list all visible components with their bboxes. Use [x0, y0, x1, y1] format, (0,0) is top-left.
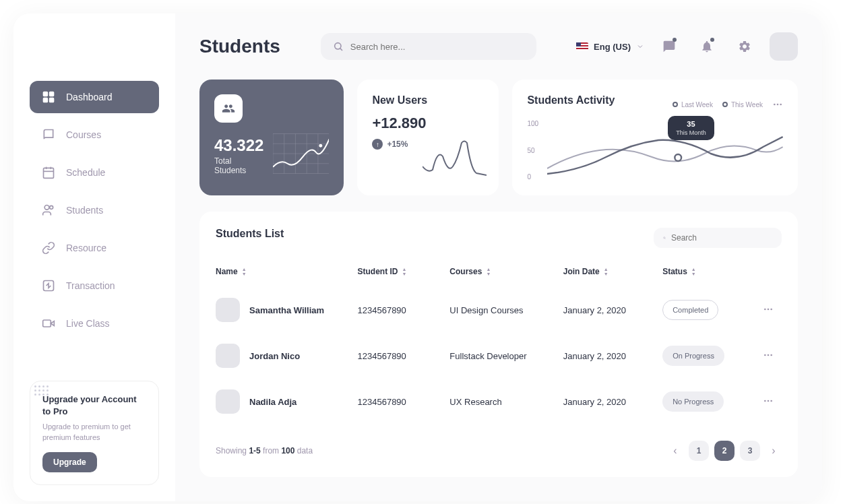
book-icon: [42, 128, 55, 141]
name-cell: Jordan Nico: [216, 344, 358, 368]
nav-label: Resource: [66, 243, 106, 253]
table-header: Name▲▼Student ID▲▼Courses▲▼Join Date▲▼St…: [216, 261, 782, 287]
more-icon: [763, 350, 774, 360]
student-course: UI Design Courses: [449, 305, 563, 315]
sort-icon: ▲▼: [242, 267, 247, 276]
svg-point-9: [50, 206, 53, 209]
svg-point-39: [764, 400, 766, 402]
bell-icon: [700, 40, 714, 53]
svg-point-13: [334, 43, 340, 49]
total-students-value: 43.322: [214, 136, 265, 155]
nav-label: Dashboard: [66, 92, 113, 102]
chart-tooltip: 35 This Month: [668, 116, 714, 140]
activity-title: Students Activity: [527, 94, 615, 106]
user-avatar[interactable]: [770, 32, 798, 61]
column-status[interactable]: Status▲▼: [662, 267, 755, 276]
header: Students Eng (US): [199, 32, 798, 61]
activity-chart: 100 50 0 35 This Month: [527, 120, 783, 181]
new-users-value: +12.890: [372, 115, 484, 132]
column-join-date[interactable]: Join Date▲▼: [563, 267, 662, 276]
svg-point-29: [780, 104, 782, 106]
column-student-id[interactable]: Student ID▲▼: [358, 267, 450, 276]
sort-icon: ▲▼: [402, 267, 407, 276]
student-course: Fullstack Developer: [449, 351, 563, 361]
student-id: 1234567890: [358, 351, 450, 361]
sidebar-item-courses[interactable]: Courses: [30, 119, 159, 151]
svg-point-33: [764, 308, 766, 310]
more-icon[interactable]: [772, 99, 783, 110]
chat-button[interactable]: [656, 34, 682, 59]
language-select[interactable]: Eng (US): [576, 42, 644, 52]
nav-label: Transaction: [66, 280, 115, 291]
student-id: 1234567890: [358, 397, 450, 407]
sidebar-item-dashboard[interactable]: Dashboard: [30, 81, 159, 113]
new-users-chart: [423, 136, 487, 183]
upgrade-button[interactable]: Upgrade: [42, 452, 97, 472]
total-students-card: 43.322 Total Students: [199, 80, 344, 195]
nav: DashboardCoursesScheduleStudentsResource…: [30, 81, 159, 340]
settings-button[interactable]: [732, 34, 757, 59]
sidebar-item-schedule[interactable]: Schedule: [30, 156, 159, 189]
search-bar[interactable]: [321, 33, 536, 60]
calendar-icon: [42, 166, 55, 179]
join-date: January 2, 2020: [563, 351, 662, 361]
svg-point-27: [774, 104, 776, 106]
link-icon: [42, 241, 55, 255]
page-3[interactable]: 3: [740, 441, 760, 461]
arrow-up-icon: ↑: [372, 139, 383, 150]
search-icon: [663, 233, 666, 243]
svg-line-32: [665, 239, 666, 239]
svg-point-28: [777, 104, 779, 106]
svg-point-37: [768, 354, 770, 356]
tooltip-label: This Month: [676, 129, 706, 136]
table-row: Jordan Nico 1234567890 Fullstack Develop…: [216, 333, 782, 379]
sort-icon: ▲▼: [604, 267, 608, 276]
sidebar-item-live-class[interactable]: Live Class: [30, 307, 159, 340]
sidebar-item-students[interactable]: Students: [30, 194, 159, 226]
app-window: DashboardCoursesScheduleStudentsResource…: [13, 13, 822, 501]
prev-page[interactable]: ‹: [667, 443, 683, 459]
transfer-icon: [42, 279, 55, 292]
search-icon: [333, 41, 344, 52]
upgrade-card: Upgrade your Account to Pro Upgrade to p…: [30, 381, 159, 485]
svg-rect-4: [44, 168, 54, 178]
svg-point-8: [44, 206, 49, 210]
sort-icon: ▲▼: [486, 267, 491, 276]
column-name[interactable]: Name▲▼: [216, 267, 358, 276]
row-more-button[interactable]: [755, 304, 782, 317]
join-date: January 2, 2020: [563, 397, 662, 407]
svg-point-36: [764, 354, 766, 356]
grid-icon: [42, 90, 55, 104]
search-input[interactable]: [350, 42, 524, 52]
nav-label: Students: [66, 205, 103, 216]
new-users-card: New Users +12.890 ↑ +15%: [357, 80, 499, 195]
page-1[interactable]: 1: [689, 441, 709, 461]
new-users-delta: +15%: [387, 139, 408, 149]
svg-point-38: [770, 354, 772, 356]
chevron-down-icon: [636, 42, 644, 51]
more-icon: [763, 396, 774, 406]
language-label: Eng (US): [594, 42, 631, 52]
pagination-controls: ‹ 123 ›: [667, 441, 782, 461]
list-search-input[interactable]: [671, 233, 772, 243]
svg-point-34: [768, 308, 770, 310]
nav-label: Schedule: [66, 167, 105, 178]
column-courses[interactable]: Courses▲▼: [449, 267, 563, 276]
svg-point-40: [768, 400, 770, 402]
y-tick: 100: [527, 120, 546, 127]
pagination: Showing 1-5 from 100 data ‹ 123 ›: [216, 441, 782, 461]
page-title: Students: [199, 36, 280, 57]
legend-this-week: This Week: [722, 101, 763, 108]
sidebar-item-transaction[interactable]: Transaction: [30, 270, 159, 302]
next-page[interactable]: ›: [766, 443, 782, 459]
svg-rect-11: [43, 320, 51, 327]
status-badge: Completed: [662, 300, 718, 320]
flag-icon: [576, 42, 588, 51]
row-more-button[interactable]: [755, 396, 782, 408]
row-more-button[interactable]: [755, 350, 782, 363]
bell-button[interactable]: [694, 34, 720, 59]
sidebar-item-resource[interactable]: Resource: [30, 232, 159, 264]
activity-card: Students Activity Last Week This Week 10…: [512, 80, 798, 195]
list-search[interactable]: [654, 228, 782, 248]
page-2[interactable]: 2: [714, 441, 735, 461]
